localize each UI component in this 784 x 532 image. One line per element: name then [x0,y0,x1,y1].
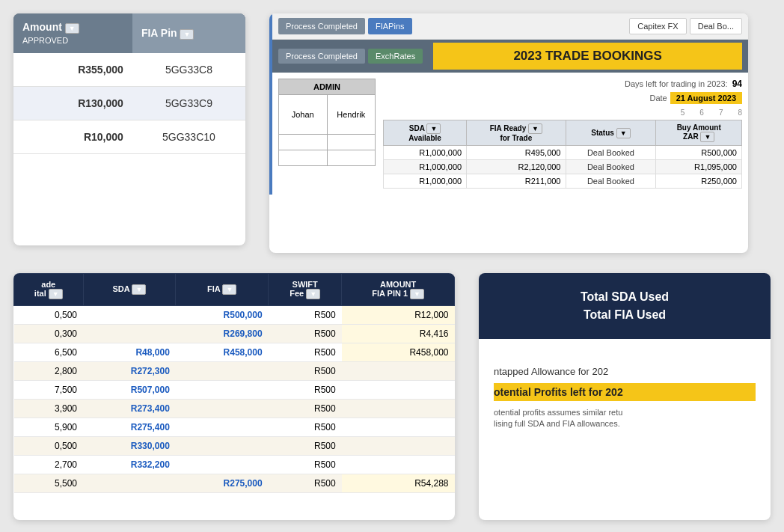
sda-dropdown[interactable]: ▼ [426,123,441,134]
dealbo-btn[interactable]: Deal Bo... [690,18,742,34]
tr-buy-1: R1,095,000 [656,160,742,174]
table-row: R1,000,000 R2,120,000 Deal Booked R1,095… [384,160,742,174]
admin-names: Johan Hendrik [278,95,376,135]
bottom-left-card: adeital ▼ SDA ▼ FIA ▼ SWIFTFee ▼ AMOUNTF… [13,273,455,520]
table-row: 0,500 R500,000 R500 R12,000 [14,306,455,325]
table-row: R10,000 5GG33C10 [13,120,245,154]
process-completed-btn-1[interactable]: Process Completed [278,18,365,34]
date-row: Date 21 August 2023 [383,92,742,104]
col-numbers: 5 6 7 8 [383,108,742,117]
bl-ade-6: 5,900 [14,418,84,437]
top-right-card: Process Completed FIAPins Capitex FX Dea… [269,13,748,253]
table-row: 2,700 R332,200 R500 [14,456,455,474]
potential-profits: otential Profits left for 202 [494,383,756,401]
tr-content-area: ADMIN Johan Hendrik [272,73,748,195]
bl-swift-3: R500 [269,362,342,381]
bl-amount-2: R458,000 [342,343,455,362]
amount-cell-0: R355,000 [13,53,132,87]
bl-amount-9: R54,288 [342,474,455,493]
bl-swift-6: R500 [269,418,342,437]
col-num-8: 8 [738,108,742,117]
trade-data-panel: Days left for trading in 2023: 94 Date 2… [383,79,742,189]
col-num-7: 7 [719,108,723,117]
table-row: R1,000,000 R211,000 Deal Booked R250,000 [384,174,742,189]
th-fia: FIA Ready ▼for Trade [467,120,566,146]
bl-amount-8 [342,456,455,474]
exchrates-btn[interactable]: ExchRates [368,49,423,64]
bl-amount-0: R12,000 [342,306,455,325]
table-row: R355,000 5GG33C8 [13,53,245,87]
col-num-5: 5 [681,108,685,117]
bl-swift-2: R500 [269,343,342,362]
tr-fia-0: R495,000 [467,146,566,160]
total-fia-label: Total FIA Used [494,306,756,324]
tr-fia-2: R211,000 [467,174,566,189]
process-completed-btn-2[interactable]: Process Completed [278,49,365,64]
bl-swift-5: R500 [269,400,342,418]
bl-sda-6: R275,400 [83,418,176,437]
tr-status-1: Deal Booked [566,160,656,174]
bl-fia-0: R500,000 [176,306,269,325]
th-sda: SDA ▼Available [384,120,467,146]
amount-dropdown[interactable]: ▼ [65,23,79,34]
tr-sda-1: R1,000,000 [384,160,467,174]
bl-th-fia: FIA ▼ [176,274,269,306]
empty-cell-2 [328,135,376,150]
admin-name-hendrik: Hendrik [328,95,376,134]
table-row: 3,900 R273,400 R500 [14,400,455,418]
fia-dropdown[interactable]: ▼ [180,29,194,40]
table-row: 5,900 R275,400 R500 [14,418,455,437]
total-sda-label: Total SDA Used [494,288,756,306]
empty-cell-1 [279,135,328,150]
br-body: ntapped Allowance for 202 otential Profi… [479,339,771,442]
bl-fia-9: R275,000 [176,474,269,493]
buy-dropdown[interactable]: ▼ [700,132,714,142]
days-left-label: Days left for trading in 2023: [625,79,728,88]
bl-sda-2: R48,000 [83,343,176,362]
bottom-left-table: adeital ▼ SDA ▼ FIA ▼ SWIFTFee ▼ AMOUNTF… [13,273,455,493]
bl-swift-1: R500 [269,325,342,343]
table-row: R1,000,000 R495,000 Deal Booked R500,000 [384,146,742,160]
swift-dropdown[interactable]: ▼ [306,289,320,299]
table-row: 5,500 R275,000 R500 R54,288 [14,474,455,493]
bl-fia-7 [176,437,269,456]
bl-fia-3 [176,362,269,381]
bl-th-swift: SWIFTFee ▼ [269,274,342,306]
bl-sda-4: R507,000 [83,381,176,400]
fiapins-btn[interactable]: FIAPins [368,18,412,34]
bl-fia-1: R269,800 [176,325,269,343]
admin-empty-row2 [278,150,376,166]
bl-ade-5: 3,900 [14,400,84,418]
bl-sda-8: R332,200 [83,456,176,474]
bl-amount-5 [342,400,455,418]
top-left-card: Amount ▼ APPROVED FIA Pin ▼ R355,000 5GG… [13,13,245,245]
col-num-6: 6 [699,108,704,117]
fia-ready-dropdown[interactable]: ▼ [528,123,542,134]
table-row: 2,800 R272,300 R500 [14,362,455,381]
tr-fia-1: R2,120,000 [467,160,566,174]
bl-fia-6 [176,418,269,437]
status-dropdown[interactable]: ▼ [616,128,631,138]
bl-ade-3: 2,800 [14,362,84,381]
days-left-row: Days left for trading in 2023: 94 [383,79,742,89]
amount-bl-dropdown[interactable]: ▼ [410,289,424,299]
bl-fia-4 [176,381,269,400]
capitex-btn[interactable]: Capitex FX [629,18,686,34]
blue-bar [269,13,272,195]
table-row: 6,500 R48,000 R458,000 R500 R458,000 [14,343,455,362]
bl-amount-4 [342,381,455,400]
fia-bl-dropdown[interactable]: ▼ [222,284,236,295]
ade-dropdown[interactable]: ▼ [49,289,63,299]
date-value: 21 August 2023 [670,92,742,104]
amount-fia-table: Amount ▼ APPROVED FIA Pin ▼ R355,000 5GG… [13,13,245,154]
bl-swift-9: R500 [269,474,342,493]
th-status: Status ▼ [566,120,656,146]
bl-swift-8: R500 [269,456,342,474]
bl-sda-3: R272,300 [83,362,176,381]
bl-th-amount: AMOUNTFIA PIN 1 ▼ [342,274,455,306]
sda-bl-dropdown[interactable]: ▼ [132,284,146,295]
tr-buy-2: R250,000 [656,174,742,189]
admin-empty-row [278,135,376,150]
bl-amount-1: R4,416 [342,325,455,343]
table-row: 7,500 R507,000 R500 [14,381,455,400]
